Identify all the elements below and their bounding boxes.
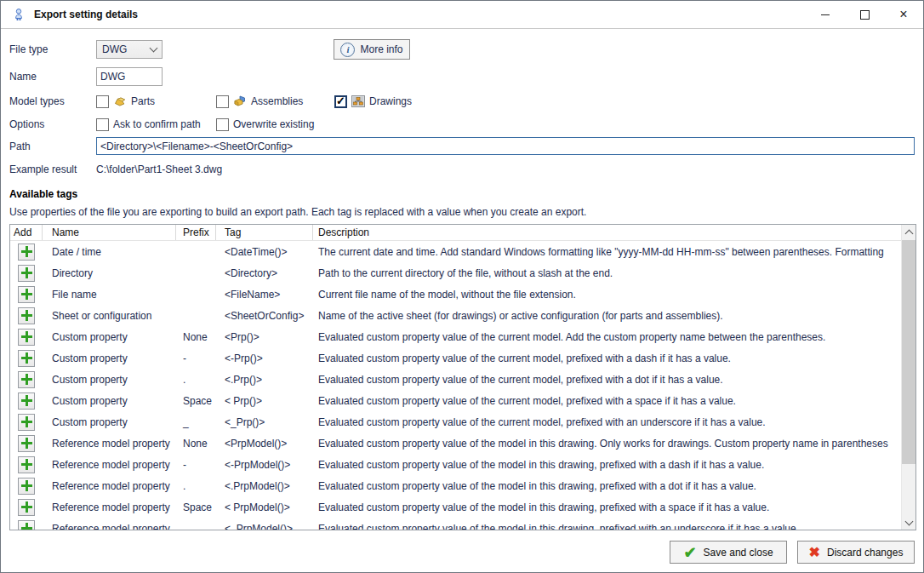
tag-name-cell: Directory — [43, 267, 176, 279]
add-tag-button[interactable] — [18, 350, 35, 367]
header-prefix: Prefix — [176, 225, 216, 240]
plus-icon — [21, 331, 32, 342]
add-cell — [10, 286, 43, 303]
scrollbar-down-button[interactable] — [902, 515, 915, 530]
tag-name-cell: Custom property — [43, 352, 176, 364]
discard-button[interactable]: ✖ Discard changes — [797, 541, 915, 564]
scrollbar-up-button[interactable] — [902, 225, 915, 239]
available-tags-description: Use properties of the file you are expor… — [9, 206, 586, 218]
tag-tag-cell: <-PrpModel()> — [216, 459, 313, 471]
minimize-icon — [821, 14, 830, 15]
add-tag-button[interactable] — [18, 265, 35, 282]
ask-confirm-label: Ask to confirm path — [113, 118, 201, 130]
add-cell — [10, 499, 43, 516]
tag-description-cell: Evaluated custom property value of the m… — [313, 480, 901, 492]
add-cell — [10, 414, 43, 431]
scrollbar-thumb[interactable] — [902, 240, 915, 464]
add-tag-button[interactable] — [18, 371, 35, 388]
header-description: Description — [313, 225, 901, 240]
path-label: Path — [9, 137, 31, 156]
tag-name-cell: Reference model property — [43, 438, 176, 450]
tag-tag-cell: <Prp()> — [216, 331, 313, 343]
add-tag-button[interactable] — [18, 286, 35, 303]
assemblies-checkbox[interactable]: ✓ — [216, 95, 229, 108]
tag-prefix-cell: Space — [176, 395, 216, 407]
add-tag-button[interactable] — [18, 329, 35, 346]
table-row: Reference model property . <.PrpModel()>… — [10, 475, 901, 496]
assemblies-label: Assemblies — [251, 95, 303, 107]
file-type-select[interactable]: DWG — [96, 40, 163, 59]
add-tag-button[interactable] — [18, 244, 35, 261]
add-tag-button[interactable] — [18, 478, 35, 495]
table-row: Custom property _ <_Prp()> Evaluated cus… — [10, 411, 901, 433]
tag-name-cell: Date / time — [43, 246, 176, 258]
tag-prefix-cell: None — [176, 438, 216, 450]
add-cell — [10, 307, 43, 324]
parts-checkbox[interactable]: ✓ — [96, 95, 109, 108]
plus-icon — [21, 480, 32, 491]
tag-name-cell: Custom property — [43, 374, 176, 386]
plus-icon — [21, 374, 32, 385]
tag-description-cell: Evaluated custom property value of the m… — [313, 501, 901, 513]
plus-icon — [21, 523, 32, 530]
tag-tag-cell: <DateTime()> — [216, 246, 313, 258]
tag-description-cell: Evaluated custom property value of the c… — [313, 374, 901, 386]
tag-tag-cell: <.Prp()> — [216, 374, 313, 386]
tag-tag-cell: <SheetOrConfig> — [216, 310, 313, 322]
plus-icon — [21, 289, 32, 300]
tag-prefix-cell: . — [176, 374, 216, 386]
add-cell — [10, 478, 43, 495]
tag-tag-cell: <_Prp()> — [216, 416, 313, 428]
plus-icon — [21, 246, 32, 257]
tag-tag-cell: < PrpModel()> — [216, 501, 313, 513]
add-cell — [10, 265, 43, 282]
tag-description-cell: Evaluated custom property value of the m… — [313, 523, 901, 530]
chevron-down-icon — [150, 44, 158, 53]
close-icon: × — [899, 8, 907, 21]
table-row: Custom property - <-Prp()> Evaluated cus… — [10, 347, 901, 369]
tag-tag-cell: <PrpModel()> — [216, 438, 313, 450]
save-button[interactable]: ✔ Save and close — [670, 541, 787, 564]
path-input[interactable] — [96, 137, 915, 155]
file-type-label: File type — [9, 39, 48, 60]
name-input[interactable] — [96, 67, 163, 86]
option-ask-confirm: ✓ Ask to confirm path — [96, 117, 201, 132]
maximize-button[interactable] — [845, 1, 884, 28]
overwrite-checkbox[interactable]: ✓ — [216, 118, 229, 131]
plus-icon — [21, 352, 32, 364]
chevron-up-icon — [904, 229, 913, 238]
add-tag-button[interactable] — [18, 435, 35, 452]
add-cell — [10, 393, 43, 410]
tag-tag-cell: <_PrpModel()> — [216, 523, 313, 530]
tag-prefix-cell: . — [176, 480, 216, 492]
header-add: Add — [10, 225, 43, 240]
tag-name-cell: Reference model property — [43, 501, 176, 513]
more-info-button[interactable]: i More info — [334, 39, 410, 60]
close-button[interactable]: × — [884, 1, 923, 28]
add-tag-button[interactable] — [18, 520, 35, 530]
tag-name-cell: Reference model property — [43, 459, 176, 471]
name-label: Name — [9, 67, 37, 86]
tag-tag-cell: <.PrpModel()> — [216, 480, 313, 492]
tag-description-cell: Evaluated custom property value of the c… — [313, 352, 901, 364]
tag-name-cell: Reference model property — [43, 480, 176, 492]
model-type-assemblies: ✓ Assemblies — [216, 94, 303, 109]
app-icon — [12, 8, 26, 21]
add-tag-button[interactable] — [18, 414, 35, 431]
add-tag-button[interactable] — [18, 307, 35, 324]
window-title: Export setting details — [34, 9, 138, 20]
table-row: Reference model property - <-PrpModel()>… — [10, 454, 901, 475]
tag-prefix-cell: None — [176, 331, 216, 343]
minimize-button[interactable] — [806, 1, 845, 28]
tags-table-body: Date / time <DateTime()> The current dat… — [10, 241, 901, 530]
drawings-checkbox[interactable]: ✓ — [334, 95, 347, 108]
table-row: Directory <Directory> Path to the curren… — [10, 262, 901, 284]
add-tag-button[interactable] — [18, 393, 35, 410]
overwrite-label: Overwrite existing — [233, 118, 314, 130]
add-tag-button[interactable] — [18, 499, 35, 516]
ask-confirm-checkbox[interactable]: ✓ — [96, 118, 109, 131]
add-tag-button[interactable] — [18, 456, 35, 473]
table-row: Sheet or configuration <SheetOrConfig> N… — [10, 305, 901, 326]
titlebar: Export setting details × — [1, 1, 923, 29]
discard-button-label: Discard changes — [827, 547, 903, 559]
